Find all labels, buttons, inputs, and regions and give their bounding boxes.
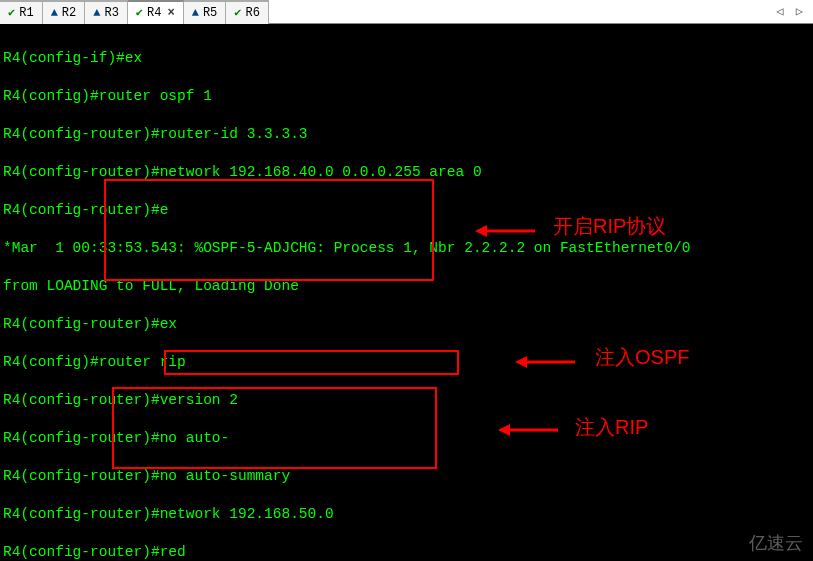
- tab-label: R6: [246, 6, 260, 20]
- warn-icon: ▲: [93, 6, 100, 20]
- terminal-line: R4(config-router)#network 192.168.50.0: [3, 505, 810, 524]
- terminal-line: R4(config-router)#version 2: [3, 391, 810, 410]
- close-icon[interactable]: ×: [168, 6, 175, 20]
- terminal-line: R4(config-router)#router-id 3.3.3.3: [3, 125, 810, 144]
- terminal-line: R4(config)#router rip: [3, 353, 810, 372]
- tab-label: R2: [62, 6, 76, 20]
- terminal-line: R4(config-if)#ex: [3, 49, 810, 68]
- terminal-line: *Mar 1 00:33:53.543: %OSPF-5-ADJCHG: Pro…: [3, 239, 810, 258]
- scroll-right-icon[interactable]: ▷: [790, 2, 809, 21]
- check-icon: ✔: [234, 5, 241, 20]
- terminal-line: R4(config-router)#no auto-: [3, 429, 810, 448]
- warn-icon: ▲: [51, 6, 58, 20]
- tab-r6[interactable]: ✔ R6: [226, 0, 269, 24]
- tab-label: R5: [203, 6, 217, 20]
- tab-label: R3: [104, 6, 118, 20]
- tab-scroll-controls: ◁ ▷: [771, 2, 813, 21]
- svg-marker-1: [475, 225, 487, 237]
- terminal-line: R4(config)#router ospf 1: [3, 87, 810, 106]
- tab-label: R4: [147, 6, 161, 20]
- tab-label: R1: [19, 6, 33, 20]
- tab-r3[interactable]: ▲ R3: [85, 0, 128, 24]
- terminal-line: R4(config-router)#network 192.168.40.0 0…: [3, 163, 810, 182]
- annotation-box-rip: [104, 179, 434, 281]
- arrow-icon: [475, 221, 535, 241]
- terminal-line: R4(config-router)#ex: [3, 315, 810, 334]
- terminal-line: from LOADING to FULL, Loading Done: [3, 277, 810, 296]
- tab-bar: ✔ R1 ▲ R2 ▲ R3 ✔ R4 × ▲ R5 ✔ R6 ◁ ▷: [0, 0, 813, 24]
- tab-r1[interactable]: ✔ R1: [0, 0, 43, 24]
- terminal-line: R4(config-router)#e: [3, 201, 810, 220]
- tab-r5[interactable]: ▲ R5: [184, 0, 227, 24]
- annotation-label-rip: 开启RIP协议: [553, 217, 666, 236]
- terminal-line: R4(config-router)#no auto-summary: [3, 467, 810, 486]
- tab-r2[interactable]: ▲ R2: [43, 0, 86, 24]
- terminal-line: R4(config-router)#red: [3, 543, 810, 561]
- check-icon: ✔: [136, 5, 143, 20]
- scroll-left-icon[interactable]: ◁: [771, 2, 790, 21]
- check-icon: ✔: [8, 5, 15, 20]
- terminal-output[interactable]: R4(config-if)#ex R4(config)#router ospf …: [0, 24, 813, 561]
- warn-icon: ▲: [192, 6, 199, 20]
- tab-r4[interactable]: ✔ R4 ×: [128, 0, 184, 24]
